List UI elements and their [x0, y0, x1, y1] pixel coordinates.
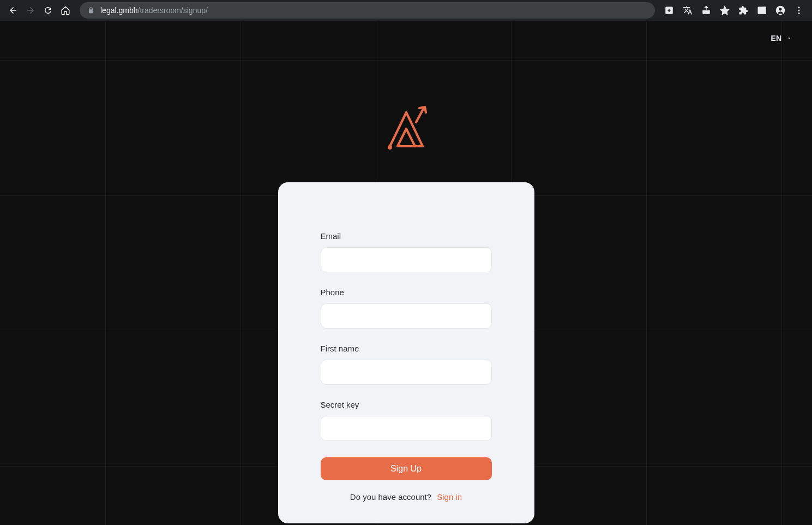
language-label: EN [771, 34, 781, 43]
svg-point-6 [798, 10, 800, 11]
share-icon[interactable] [699, 3, 714, 18]
firstname-label: First name [321, 344, 492, 353]
url-host: legal.gmbh [100, 6, 138, 15]
secretkey-label: Secret key [321, 400, 492, 409]
home-button[interactable] [58, 3, 73, 18]
language-selector[interactable]: EN [771, 34, 792, 43]
address-bar[interactable]: legal.gmbh/tradersroom/signup/ [80, 2, 655, 19]
svg-point-5 [798, 7, 800, 8]
page-body: EN Email Phone Firs [0, 21, 812, 525]
firstname-input[interactable] [321, 360, 492, 385]
phone-input[interactable] [321, 303, 492, 329]
brand-logo [386, 103, 427, 155]
side-panel-icon[interactable] [754, 3, 769, 18]
have-account-text: Do you have account? [350, 492, 431, 502]
secretkey-input[interactable] [321, 416, 492, 441]
extensions-icon[interactable] [736, 3, 751, 18]
chevron-down-icon [786, 35, 792, 41]
browser-toolbar: legal.gmbh/tradersroom/signup/ [0, 0, 812, 21]
lock-icon [87, 7, 95, 14]
svg-point-7 [798, 13, 800, 14]
email-input[interactable] [321, 247, 492, 272]
email-label: Email [321, 231, 492, 241]
svg-point-4 [779, 8, 781, 10]
signin-link[interactable]: Sign in [437, 492, 462, 502]
install-icon[interactable] [661, 3, 677, 18]
back-button[interactable] [5, 3, 21, 18]
kebab-menu-icon[interactable] [791, 3, 807, 18]
reload-button[interactable] [40, 3, 56, 18]
signup-button[interactable]: Sign Up [321, 457, 492, 480]
phone-label: Phone [321, 288, 492, 297]
svg-point-8 [388, 145, 392, 150]
toolbar-right [661, 3, 807, 18]
url-path: /tradersroom/signup/ [138, 6, 208, 15]
svg-rect-2 [763, 7, 766, 14]
translate-icon[interactable] [680, 3, 695, 18]
forward-button[interactable] [23, 3, 38, 18]
signup-card: Email Phone First name Secret key Sign U… [278, 182, 534, 523]
bookmark-star-icon[interactable] [717, 3, 732, 18]
profile-avatar-icon[interactable] [773, 3, 788, 18]
